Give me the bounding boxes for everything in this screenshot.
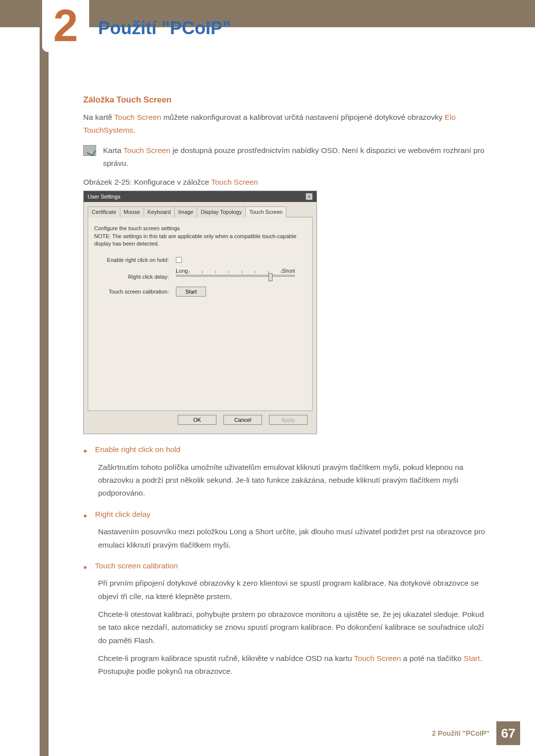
label-enable-right-click: Enable right click on hold: xyxy=(94,257,176,263)
link-touch-screen: Touch Screen xyxy=(354,654,401,662)
dialog-title: User Settings xyxy=(88,194,120,200)
text: a poté na tlačítko xyxy=(401,654,464,662)
note-icon xyxy=(83,145,96,156)
start-button[interactable]: Start xyxy=(176,287,206,297)
bullet-heading: Touch screen calibration xyxy=(95,561,178,573)
text: můžete nakonfigurovat a kalibrovat určit… xyxy=(161,113,444,121)
bullet-right-click-delay: ● Right click delay xyxy=(83,510,490,521)
intro-paragraph: Na kartě Touch Screen můžete nakonfiguro… xyxy=(83,111,490,137)
slider-thumb[interactable] xyxy=(268,273,272,281)
side-bar xyxy=(40,27,49,756)
label-right-click-delay: Right click delay: xyxy=(94,268,176,280)
tab-certificate[interactable]: Certificate xyxy=(88,206,120,217)
section-heading: Záložka Touch Screen xyxy=(83,95,490,105)
text: Při prvním připojení dotykové obrazovky … xyxy=(98,577,490,603)
tab-touch-screen[interactable]: Touch Screen xyxy=(245,206,286,217)
final-para: Chcete-li program kalibrace spustit ručn… xyxy=(98,652,490,678)
bullet-body: Nastavením posuvníku mezi položkou Long … xyxy=(98,525,490,552)
slider-right-click-delay[interactable]: Long Short xyxy=(176,268,295,277)
figure-caption: Obrázek 2-25: Konfigurace v záložce Touc… xyxy=(83,178,490,187)
text: Karta xyxy=(103,146,123,154)
config-description: Configure the touch screen settings NOTE… xyxy=(94,225,306,248)
bullet-heading: Enable right click on hold xyxy=(95,445,180,456)
bullet-icon: ● xyxy=(83,561,87,573)
footer-text: 2 Použití "PCoIP" xyxy=(432,729,489,737)
link-touch-screen: Touch Screen xyxy=(114,113,161,121)
text: Na kartě xyxy=(83,113,114,121)
link-touch-screen: Touch Screen xyxy=(211,178,258,186)
chapter-badge: 2 xyxy=(42,0,89,52)
chapter-title: Použití "PCoIP" xyxy=(98,18,231,39)
note-block: Karta Touch Screen je dostupná pouze pro… xyxy=(83,144,490,170)
chapter-number: 2 xyxy=(53,0,78,51)
text: Obrázek 2-25: Konfigurace v záložce xyxy=(83,178,211,186)
row-enable-right-click: Enable right click on hold: xyxy=(94,257,306,263)
apply-button[interactable]: Apply xyxy=(269,415,308,425)
content-area: Záložka Touch Screen Na kartě Touch Scre… xyxy=(83,95,490,688)
cancel-button[interactable]: Cancel xyxy=(223,415,262,425)
bullet-icon: ● xyxy=(83,445,87,456)
link-touch-screen: Touch Screen xyxy=(123,146,170,154)
bullet-heading: Right click delay xyxy=(95,510,151,521)
text: Chcete-li otestovat kalibraci, pohybujte… xyxy=(98,608,490,647)
bullet-calibration: ● Touch screen calibration xyxy=(83,561,490,573)
close-icon[interactable]: × xyxy=(306,193,313,200)
page-footer: 2 Použití "PCoIP" 67 xyxy=(432,721,520,745)
link-start: Start xyxy=(464,654,480,662)
tab-image[interactable]: Image xyxy=(174,206,198,217)
slider-ticks xyxy=(176,271,295,273)
dialog-body: Certificate Mouse Keyboard Image Display… xyxy=(84,202,317,434)
slider-track[interactable] xyxy=(176,275,295,277)
user-settings-dialog: User Settings × Certificate Mouse Keyboa… xyxy=(83,191,317,434)
tab-keyboard[interactable]: Keyboard xyxy=(144,206,175,217)
text: . xyxy=(133,126,135,134)
page-number: 67 xyxy=(496,721,520,745)
dialog-buttons: OK Cancel Apply xyxy=(88,411,313,430)
text: Chcete-li program kalibrace spustit ručn… xyxy=(98,654,354,662)
checkbox-enable-right-click[interactable] xyxy=(176,257,182,263)
text: NOTE: The settings in this tab are appli… xyxy=(94,233,306,248)
bullet-enable-right-click: ● Enable right click on hold xyxy=(83,445,490,456)
tab-display-topology[interactable]: Display Topology xyxy=(197,206,246,217)
dialog-titlebar: User Settings × xyxy=(84,191,317,202)
text: Zaškrtnutím tohoto políčka umožníte uživ… xyxy=(98,461,490,500)
tab-mouse[interactable]: Mouse xyxy=(120,206,144,217)
text: Nastavením posuvníku mezi položkou Long … xyxy=(98,525,490,552)
row-calibration: Touch screen calibration: Start xyxy=(94,287,306,297)
label-calibration: Touch screen calibration: xyxy=(94,289,176,295)
bullet-body: Zaškrtnutím tohoto políčka umožníte uživ… xyxy=(98,461,490,500)
tab-panel: Configure the touch screen settings NOTE… xyxy=(88,218,313,411)
text: Configure the touch screen settings xyxy=(94,225,306,232)
ok-button[interactable]: OK xyxy=(178,415,216,425)
bullet-icon: ● xyxy=(83,510,87,521)
bullet-body: Při prvním připojení dotykové obrazovky … xyxy=(98,577,490,678)
tab-strip: Certificate Mouse Keyboard Image Display… xyxy=(88,206,313,217)
note-text: Karta Touch Screen je dostupná pouze pro… xyxy=(103,144,490,170)
row-right-click-delay: Right click delay: Long Short xyxy=(94,268,306,280)
